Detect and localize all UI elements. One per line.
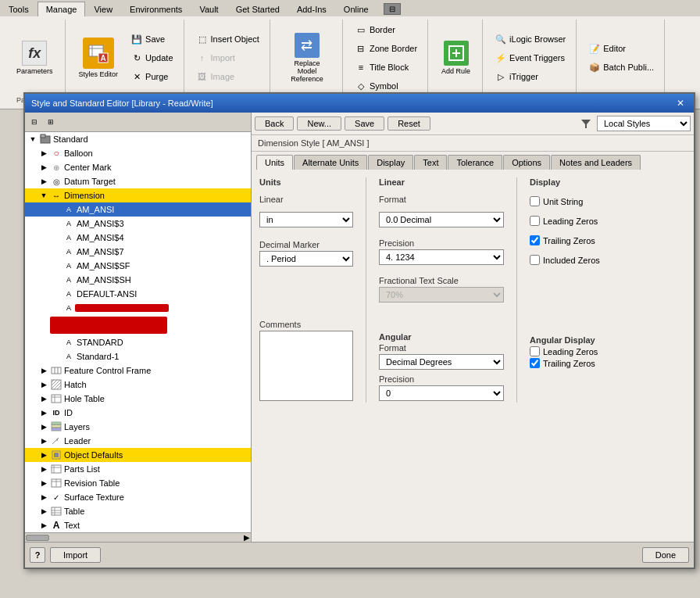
tree-item-fcf[interactable]: ▶ Feature Control Frame — [25, 363, 251, 378]
root-expander[interactable]: ▼ — [27, 133, 39, 145]
tree-item-dimension[interactable]: ▼ ↔ Dimension — [25, 188, 251, 202]
center-mark-expander[interactable]: ▶ — [38, 161, 50, 174]
window-controls[interactable]: ⊟ — [384, 3, 401, 15]
reset-button[interactable]: Reset — [388, 116, 430, 131]
table-expander[interactable]: ▶ — [38, 505, 50, 517]
tree-item-table[interactable]: ▶ Table — [25, 504, 251, 518]
tree-scroll[interactable]: ▼ Standard ▶ ○ Balloon ▶ — [25, 132, 251, 532]
tab-display[interactable]: Display — [368, 155, 413, 170]
tree-item-id[interactable]: ▶ ID ID — [25, 406, 251, 420]
tab-add-ins[interactable]: Add-Ins — [288, 2, 335, 16]
surface-expander[interactable]: ▶ — [38, 491, 50, 503]
tree-item-hole-table[interactable]: ▶ Hole Table — [25, 392, 251, 406]
tree-item-center-mark[interactable]: ▶ ⊕ Center Mark — [25, 160, 251, 174]
event-triggers-button[interactable]: ⚡ Event Triggers — [491, 49, 570, 66]
tree-item-datum-target[interactable]: ▶ ◎ Datum Target — [25, 174, 251, 188]
tree-scrollbar[interactable]: ▶ — [25, 532, 251, 542]
border-button[interactable]: ▭ Border — [351, 21, 421, 38]
tab-manage[interactable]: Manage — [38, 2, 86, 16]
title-block-button[interactable]: ≡ Title Block — [351, 59, 421, 76]
hole-table-expander[interactable]: ▶ — [38, 392, 50, 405]
image-button[interactable]: 🖼 Image — [192, 68, 263, 85]
save-button-ribbon[interactable]: 💾 Save — [127, 30, 177, 48]
tree-item-am-ansi7[interactable]: A AM_ANSI$7 — [25, 245, 251, 259]
back-button[interactable]: Back — [255, 116, 294, 131]
tree-item-redacted2[interactable] — [25, 315, 251, 335]
new-button[interactable]: New... — [297, 116, 341, 131]
tab-notes-leaders[interactable]: Notes and Leaders — [551, 155, 641, 170]
add-rule-button[interactable]: Add Rule — [436, 38, 476, 78]
layers-expander[interactable]: ▶ — [38, 421, 50, 433]
tree-item-balloon[interactable]: ▶ ○ Balloon — [25, 146, 251, 160]
tree-item-default-ansi[interactable]: A DEFAULT-ANSI — [25, 287, 251, 301]
tree-item-standard1[interactable]: A Standard-1 — [25, 349, 251, 363]
tab-text[interactable]: Text — [414, 155, 447, 170]
help-button[interactable]: ? — [30, 547, 45, 563]
dialog-close-button[interactable]: ✕ — [673, 97, 688, 109]
done-button[interactable]: Done — [642, 547, 689, 563]
tree-item-object-defaults[interactable]: ▶ Object Defaults — [25, 448, 251, 462]
collapse-all-button[interactable]: ⊟ — [27, 114, 42, 130]
tab-units[interactable]: Units — [256, 155, 293, 170]
leader-expander[interactable]: ▶ — [38, 435, 50, 447]
tree-item-am-ansi4[interactable]: A AM_ANSI$4 — [25, 231, 251, 245]
tree-item-surface-texture[interactable]: ▶ ✓ Surface Texture — [25, 490, 251, 504]
tree-item-layers[interactable]: ▶ Layers — [25, 420, 251, 434]
tab-alternate-units[interactable]: Alternate Units — [294, 155, 367, 170]
trailing-zeros-checkbox[interactable] — [530, 235, 540, 245]
replace-model-button[interactable]: ⇄ Replace Model Reference — [278, 30, 336, 86]
insert-object-button[interactable]: ⬚ Insert Object — [192, 30, 263, 48]
ilogic-browser-button[interactable]: 🔍 iLogic Browser — [491, 30, 570, 48]
tree-item-am-ansi-sf[interactable]: A AM_ANSI$SF — [25, 259, 251, 273]
hatch-expander[interactable]: ▶ — [38, 378, 50, 391]
expand-all-button[interactable]: ⊞ — [43, 114, 59, 130]
unit-string-checkbox[interactable] — [530, 196, 540, 206]
dimension-expander[interactable]: ▼ — [38, 189, 50, 202]
angular-precision-select[interactable]: 0 1 2 3 — [379, 385, 504, 401]
angular-leading-zeros-checkbox[interactable] — [530, 346, 540, 356]
tree-item-parts-list[interactable]: ▶ Parts List — [25, 462, 251, 476]
import-button-footer[interactable]: Import — [50, 547, 101, 563]
angular-format-select[interactable]: Decimal Degrees Degrees Minutes Seconds … — [379, 354, 504, 370]
itrigger-button[interactable]: ▷ iTrigger — [491, 68, 570, 85]
tree-item-revision-table[interactable]: ▶ Revision Table — [25, 476, 251, 490]
included-zeros-checkbox[interactable] — [530, 255, 540, 265]
import-button[interactable]: ↑ Import — [192, 49, 263, 66]
update-button[interactable]: ↻ Update — [127, 49, 177, 66]
styles-editor-button[interactable]: A Styles Editor — [73, 34, 124, 81]
tree-root[interactable]: ▼ Standard — [25, 132, 251, 146]
tab-view[interactable]: View — [85, 2, 121, 16]
scroll-right[interactable]: ▶ — [244, 533, 250, 542]
comments-textarea[interactable] — [259, 331, 353, 401]
linear-select[interactable]: in mm cm ft — [259, 212, 353, 227]
object-defaults-expander[interactable]: ▶ — [38, 449, 50, 461]
tree-item-leader[interactable]: ▶ Leader — [25, 434, 251, 448]
fractional-scale-select[interactable]: 70% — [379, 287, 504, 303]
tree-item-am-ansi3[interactable]: A AM_ANSI$3 — [25, 217, 251, 231]
local-styles-dropdown[interactable]: Local Styles — [597, 116, 691, 131]
id-expander[interactable]: ▶ — [38, 406, 50, 419]
tab-get-started[interactable]: Get Started — [227, 2, 288, 16]
tree-item-am-ansi-sh[interactable]: A AM_ANSI$SH — [25, 273, 251, 287]
linear-format-select[interactable]: 0.0 Decimal Fractional Scientific — [379, 212, 504, 227]
parts-list-expander[interactable]: ▶ — [38, 463, 50, 475]
tab-tools[interactable]: Tools — [0, 2, 38, 16]
tab-online[interactable]: Online — [335, 2, 377, 16]
batch-button[interactable]: 📦 Batch Publi... — [584, 59, 658, 76]
fcf-expander[interactable]: ▶ — [38, 364, 50, 377]
tab-environments[interactable]: Environments — [121, 2, 191, 16]
purge-button[interactable]: ✕ Purge — [127, 68, 177, 85]
parameters-button[interactable]: fx Parameters — [11, 38, 59, 78]
tab-vault[interactable]: Vault — [191, 2, 227, 16]
tree-item-redacted1[interactable]: A — [25, 301, 251, 315]
zone-border-button[interactable]: ⊟ Zone Border — [351, 40, 421, 57]
tab-tolerance[interactable]: Tolerance — [448, 155, 502, 170]
tree-item-hatch[interactable]: ▶ Hatch — [25, 378, 251, 392]
editor-button[interactable]: 📝 Editor — [584, 40, 658, 57]
tree-item-text[interactable]: ▶ A Text — [25, 518, 251, 532]
decimal-marker-select[interactable]: . Period , Comma — [259, 251, 353, 267]
save-button[interactable]: Save — [345, 116, 384, 131]
revision-expander[interactable]: ▶ — [38, 477, 50, 489]
text-expander[interactable]: ▶ — [38, 519, 50, 532]
tab-options[interactable]: Options — [503, 155, 550, 170]
